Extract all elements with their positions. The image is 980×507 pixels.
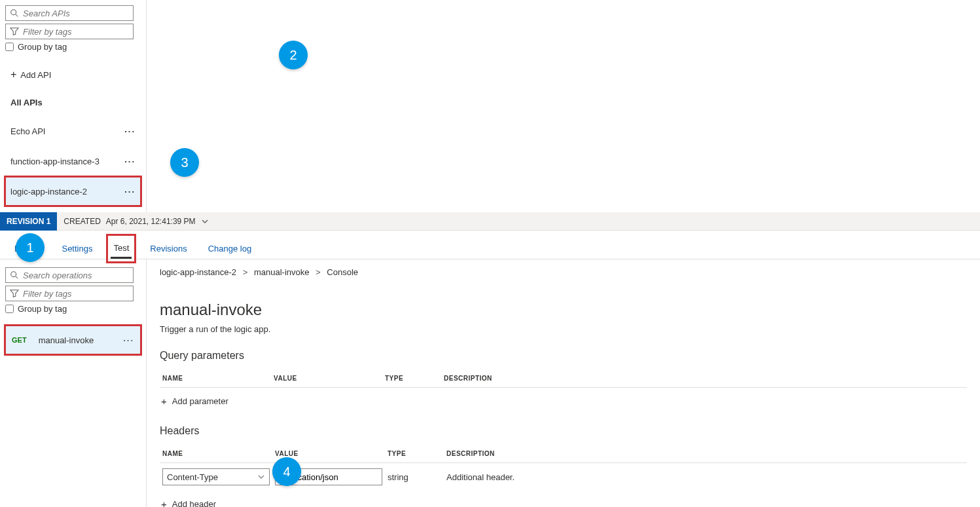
operation-item-manual-invoke[interactable]: GET manual-invoke ··· — [5, 326, 141, 354]
filter-operations-input[interactable] — [23, 289, 129, 299]
all-apis-heading[interactable]: All APIs — [5, 92, 141, 117]
operations-panel: Group by tag GET manual-invoke ··· — [0, 259, 147, 507]
api-sidebar: Group by tag + Add API All APIs Echo API… — [0, 0, 147, 212]
page-title: manual-invoke — [160, 301, 967, 319]
chevron-down-icon — [257, 473, 265, 481]
more-icon[interactable]: ··· — [123, 335, 134, 345]
search-operations-box[interactable] — [5, 267, 134, 283]
api-item-label: Echo API — [10, 126, 45, 136]
search-icon — [10, 9, 19, 18]
svg-line-3 — [16, 276, 18, 279]
group-by-tag-api[interactable]: Group by tag — [5, 42, 141, 52]
breadcrumb: logic-app-instance-2 > manual-invoke > C… — [160, 267, 967, 277]
svg-point-2 — [11, 272, 16, 277]
callout-2: 2 — [279, 41, 308, 69]
group-by-tag-ops-checkbox[interactable] — [5, 305, 14, 313]
tab-bar: Design Settings Test Revisions Change lo… — [0, 231, 980, 259]
group-by-tag-ops-label: Group by tag — [18, 304, 67, 314]
header-name-select[interactable]: Content-Type — [162, 468, 270, 485]
plus-icon: + — [10, 69, 16, 81]
more-icon[interactable]: ··· — [124, 126, 136, 136]
add-header-label: Add header — [172, 499, 216, 507]
col-value: VALUE — [272, 446, 385, 463]
tab-revisions[interactable]: Revisions — [147, 238, 189, 259]
plus-icon: + — [161, 498, 167, 507]
filter-apis-input[interactable] — [23, 27, 129, 37]
revision-created-label: CREATED — [64, 217, 100, 226]
api-item-function-app[interactable]: function-app-instance-3 ··· — [5, 147, 141, 176]
breadcrumb-separator: > — [316, 267, 321, 277]
revision-bar: REVISION 1 CREATED Apr 6, 2021, 12:41:39… — [0, 212, 980, 231]
content-row: Group by tag GET manual-invoke ··· logic… — [0, 259, 980, 507]
filter-icon — [10, 289, 19, 298]
detail-panel: logic-app-instance-2 > manual-invoke > C… — [147, 259, 980, 507]
header-value-input[interactable] — [280, 472, 378, 482]
revision-tag[interactable]: REVISION 1 — [0, 212, 57, 231]
more-icon[interactable]: ··· — [124, 187, 136, 197]
tab-changelog[interactable]: Change log — [206, 238, 255, 259]
headers-table: NAME VALUE TYPE DESCRIPTION Content-Type — [160, 446, 967, 491]
main-area: REVISION 1 CREATED Apr 6, 2021, 12:41:39… — [0, 212, 980, 507]
col-name: NAME — [160, 446, 272, 463]
group-by-tag-ops[interactable]: Group by tag — [5, 304, 141, 314]
search-icon — [10, 271, 19, 280]
add-header-button[interactable]: + Add header — [160, 495, 967, 507]
col-value: VALUE — [271, 371, 382, 388]
add-parameter-label: Add parameter — [172, 396, 228, 406]
group-by-tag-api-checkbox[interactable] — [5, 43, 14, 51]
breadcrumb-item[interactable]: Console — [327, 267, 358, 277]
api-item-echo[interactable]: Echo API ··· — [5, 117, 141, 145]
revision-created[interactable]: CREATED Apr 6, 2021, 12:41:39 PM — [57, 217, 208, 226]
header-row: Content-Type string Additional header. — [160, 463, 967, 491]
tab-test[interactable]: Test — [111, 238, 132, 259]
col-type: TYPE — [385, 446, 444, 463]
plus-icon: + — [161, 396, 167, 407]
operation-description: Trigger a run of the logic app. — [160, 324, 967, 334]
header-description: Additional header. — [444, 463, 967, 491]
chevron-down-icon — [201, 217, 209, 225]
search-apis-input[interactable] — [23, 9, 129, 18]
col-type: TYPE — [382, 371, 441, 388]
search-apis-box[interactable] — [5, 5, 134, 21]
tab-design[interactable]: Design — [12, 238, 43, 259]
add-parameter-button[interactable]: + Add parameter — [160, 392, 967, 407]
section-headers: Headers — [160, 425, 967, 437]
api-item-label: function-app-instance-3 — [10, 157, 100, 166]
col-description: DESCRIPTION — [441, 371, 967, 388]
tab-settings[interactable]: Settings — [59, 238, 95, 259]
svg-line-1 — [16, 14, 18, 17]
api-item-logic-app[interactable]: logic-app-instance-2 ··· — [5, 177, 141, 206]
section-query-parameters: Query parameters — [160, 350, 967, 362]
breadcrumb-separator: > — [243, 267, 248, 277]
add-api-button[interactable]: + Add API — [5, 62, 141, 92]
http-method-badge: GET — [12, 336, 27, 344]
breadcrumb-item[interactable]: manual-invoke — [254, 267, 310, 277]
filter-icon — [10, 27, 19, 36]
header-name-value: Content-Type — [167, 472, 218, 482]
search-operations-input[interactable] — [23, 271, 129, 280]
group-by-tag-api-label: Group by tag — [18, 42, 67, 52]
revision-created-value: Apr 6, 2021, 12:41:39 PM — [106, 217, 196, 226]
filter-apis-box[interactable] — [5, 24, 134, 39]
header-value-input-box[interactable] — [275, 468, 382, 485]
operation-name: manual-invoke — [39, 335, 94, 345]
more-icon[interactable]: ··· — [124, 157, 136, 166]
add-api-label: Add API — [20, 70, 51, 80]
breadcrumb-item[interactable]: logic-app-instance-2 — [160, 267, 236, 277]
callout-3: 3 — [170, 148, 199, 177]
svg-point-0 — [11, 10, 16, 15]
header-type: string — [385, 463, 444, 491]
col-name: NAME — [160, 371, 271, 388]
api-item-label: logic-app-instance-2 — [10, 187, 87, 197]
filter-operations-box[interactable] — [5, 286, 134, 301]
query-params-table: NAME VALUE TYPE DESCRIPTION — [160, 371, 967, 388]
col-description: DESCRIPTION — [444, 446, 967, 463]
